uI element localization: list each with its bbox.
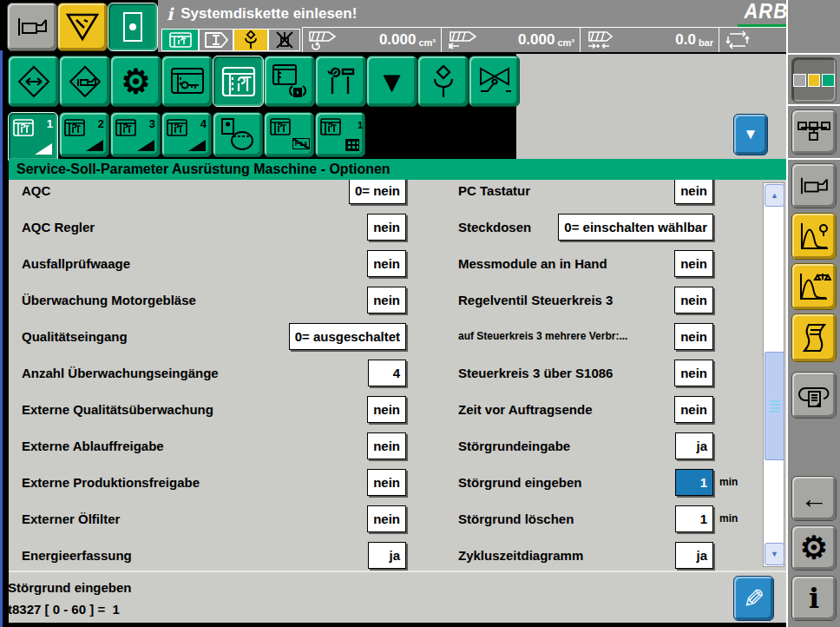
param-value-field[interactable]: nein — [367, 396, 406, 423]
vertical-scrollbar[interactable]: ▲ ▼ — [763, 182, 784, 567]
window-tools-icon — [169, 32, 192, 48]
param-value-field[interactable]: 0= einschalten wählbar — [558, 214, 713, 241]
param-value: nein — [680, 366, 707, 380]
param-value-field[interactable]: 1min — [675, 469, 713, 496]
toolbar-valve[interactable] — [469, 56, 520, 107]
toolbar-injection-unit[interactable] — [59, 56, 110, 107]
toolbar-equipment-options[interactable] — [264, 56, 315, 107]
param-value: nein — [373, 475, 400, 490]
sidebar-separator — [786, 158, 840, 160]
toolbar-scroll-down[interactable]: ▼ — [366, 56, 417, 107]
tab-equipment-1[interactable]: 1 — [8, 112, 58, 161]
param-value-field[interactable]: nein — [674, 287, 713, 314]
selogica-screen: i Systemdiskette einlesen! ARBURG — [0, 0, 840, 627]
param-value-field[interactable]: nein — [674, 180, 713, 204]
edit-button[interactable]: ✎ — [733, 576, 774, 621]
param-value-field[interactable]: ja — [368, 542, 406, 569]
tab-equipment-table-1[interactable]: 1 — [315, 112, 365, 157]
sidebar-settings-button[interactable]: ⚙ — [791, 525, 837, 571]
tab-number: 1 — [358, 120, 363, 130]
param-value-field[interactable]: nein — [674, 323, 713, 350]
status-unit: cm³ — [418, 37, 436, 48]
param-label: Externe Produktionsfreigabe — [22, 475, 200, 490]
sidebar-sequence-button[interactable] — [791, 109, 837, 155]
machine-icon — [797, 174, 830, 198]
curve-scale-icon — [797, 271, 831, 302]
flowchart-icon — [797, 120, 830, 144]
param-value-field[interactable]: 4 — [368, 360, 406, 386]
footer-parameter-name: Störgrund eingeben — [8, 580, 132, 595]
param-row: Steckdosen0= einschalten wählbar — [458, 208, 713, 245]
param-row: Störgrund eingeben1min — [458, 464, 713, 500]
sidebar-pressure-curve-button[interactable] — [791, 213, 837, 260]
no-tool-button[interactable] — [268, 29, 300, 51]
param-value-field[interactable]: ja — [675, 432, 713, 459]
scrollbar-thumb[interactable] — [765, 352, 784, 460]
param-value-field[interactable]: nein — [367, 250, 406, 277]
door-button[interactable] — [108, 3, 158, 51]
toolbar-mold-movements[interactable] — [8, 56, 59, 107]
toolbar-service[interactable] — [315, 56, 366, 107]
param-value-field[interactable]: nein — [367, 432, 406, 459]
machine-mode-button[interactable] — [7, 3, 57, 51]
param-row: Qualitätseingang0= ausgeschaltet — [22, 318, 406, 354]
param-value-field[interactable]: nein — [367, 214, 406, 241]
param-value: nein — [373, 220, 400, 234]
scroll-up-button[interactable]: ▲ — [765, 184, 784, 207]
param-value-field[interactable]: nein — [367, 469, 406, 496]
text-cursor-button[interactable] — [199, 29, 233, 51]
window-tools-icon — [167, 119, 187, 136]
param-unit: min — [719, 476, 738, 488]
sidebar-print-button[interactable] — [791, 372, 837, 419]
tab-number: 2 — [98, 117, 104, 130]
param-value-field[interactable]: nein — [674, 396, 713, 423]
status-value: 0.000 — [379, 31, 417, 49]
param-row: PC Tastaturnein — [458, 180, 713, 208]
toolbar-heating[interactable]: ⚙ — [110, 56, 161, 107]
param-value-field[interactable]: nein — [674, 360, 713, 386]
tab-equipment-3[interactable]: 3 — [110, 112, 161, 157]
sidebar-protocol-button[interactable] — [791, 314, 837, 362]
param-row: Störgrund löschen1min — [458, 500, 713, 537]
sidebar-back-button[interactable]: ← — [791, 476, 837, 521]
param-value-field[interactable]: 1min — [675, 505, 713, 532]
toolbar-access-rights[interactable] — [161, 56, 213, 107]
ramp-icon — [137, 140, 154, 151]
param-row: Externe Qualitätsüberwachungnein — [22, 391, 406, 427]
sidebar-view-mode-button[interactable] — [791, 57, 837, 102]
tab-equipment-2[interactable]: 2 — [59, 112, 109, 157]
param-label: auf Steuerkreis 3 mehrere Verbr:... — [458, 330, 627, 342]
param-value-field[interactable]: nein — [674, 250, 713, 277]
param-value-field[interactable]: 0= nein — [349, 180, 406, 204]
down-triangle-icon: ▼ — [377, 67, 407, 96]
status-value: 0.0 — [675, 31, 696, 49]
param-row: Externe Produktionsfreigabenein — [22, 464, 406, 500]
param-value-field[interactable]: nein — [367, 287, 406, 314]
sidebar-info-button[interactable]: i — [791, 576, 837, 621]
window-tools-icon — [13, 119, 34, 136]
nozzle-mode-button[interactable] — [233, 29, 268, 51]
tab-no-program[interactable]: P14 — [264, 112, 314, 157]
param-label: Überwachung Motorgebläse — [22, 293, 196, 307]
window-icon — [270, 118, 291, 135]
scroll-down-button[interactable]: ▼ — [765, 543, 784, 565]
param-value: 0= nein — [355, 183, 400, 198]
param-value-field[interactable]: ja — [675, 542, 713, 569]
param-value-field[interactable]: 0= ausgeschaltet — [289, 323, 406, 350]
param-value-field[interactable]: nein — [367, 505, 406, 532]
tab-equipment-4[interactable]: 4 — [161, 112, 212, 157]
alarm-button[interactable] — [57, 3, 108, 51]
screw-rotate-icon — [308, 30, 338, 50]
param-row: Steuerkreis 3 über S1086nein — [458, 354, 713, 391]
toolbar-machine-equipment[interactable] — [213, 56, 264, 107]
door-dot-icon — [121, 10, 145, 43]
toolbar-nozzle[interactable] — [417, 56, 469, 107]
setup-mode-button[interactable] — [161, 29, 199, 51]
window-icon — [320, 118, 341, 135]
sidebar-machine-button[interactable] — [791, 163, 837, 208]
sidebar-quality-curve-button[interactable] — [791, 263, 837, 310]
param-label: Störgrund löschen — [458, 512, 574, 526]
param-row: Energieerfassungja — [22, 537, 406, 571]
tab-door-drum[interactable] — [213, 112, 263, 157]
page-dropdown-button[interactable]: ▼ — [733, 114, 768, 155]
